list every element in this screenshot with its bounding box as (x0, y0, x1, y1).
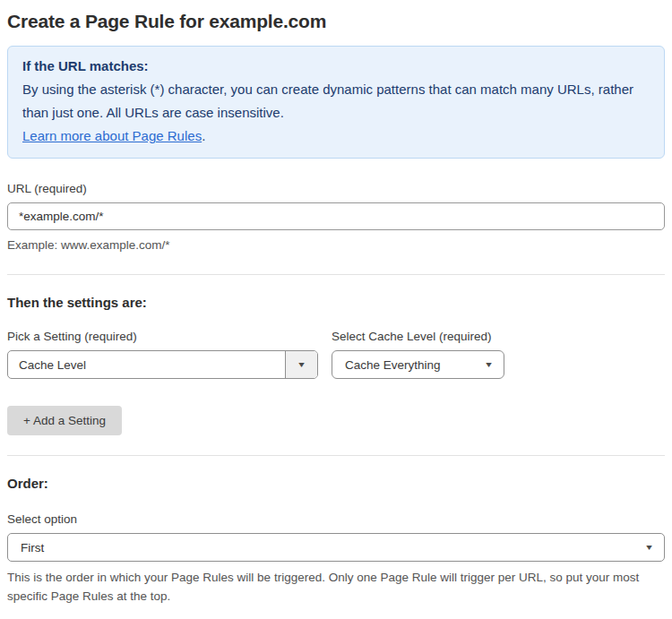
cache-level-label: Select Cache Level (required) (332, 330, 504, 343)
info-box-body: By using the asterisk (*) character, you… (22, 78, 650, 125)
pick-setting-value: Cache Level (8, 351, 285, 378)
url-field-label: URL (required) (7, 182, 665, 195)
divider (7, 274, 665, 275)
info-box-link-line: Learn more about Page Rules. (22, 125, 650, 148)
page-title: Create a Page Rule for example.com (7, 11, 665, 32)
info-box-heading: If the URL matches: (22, 55, 650, 78)
dropdown-arrow-button[interactable]: ▾ (285, 351, 317, 378)
url-match-info-box: If the URL matches: By using the asteris… (7, 46, 665, 159)
chevron-down-icon: ▾ (486, 360, 492, 369)
pick-setting-column: Pick a Setting (required) Cache Level ▾ (7, 330, 318, 379)
order-select[interactable]: First ▾ (7, 533, 665, 562)
settings-heading: Then the settings are: (7, 295, 665, 310)
settings-row: Pick a Setting (required) Cache Level ▾ … (7, 330, 665, 379)
url-input[interactable] (7, 202, 665, 230)
chevron-down-icon: ▾ (298, 360, 305, 369)
cache-level-value: Cache Everything (345, 358, 441, 372)
chevron-down-icon: ▾ (646, 543, 652, 552)
order-helper-text: This is the order in which your Page Rul… (7, 568, 665, 606)
add-setting-button[interactable]: + Add a Setting (7, 406, 122, 435)
divider (7, 455, 665, 456)
learn-more-link[interactable]: Learn more about Page Rules (22, 128, 202, 143)
add-setting-row: + Add a Setting (7, 406, 665, 435)
pick-setting-label: Pick a Setting (required) (7, 330, 318, 343)
cache-level-column: Select Cache Level (required) Cache Ever… (332, 330, 504, 379)
pick-setting-dropdown[interactable]: Cache Level ▾ (7, 350, 318, 379)
link-period: . (202, 128, 205, 143)
url-example-helper: Example: www.example.com/* (7, 236, 665, 254)
order-heading: Order: (7, 476, 665, 491)
cache-level-dropdown[interactable]: Cache Everything ▾ (332, 350, 504, 379)
order-select-label: Select option (7, 512, 665, 526)
order-select-value: First (21, 541, 44, 555)
page-rule-form: Create a Page Rule for example.com If th… (0, 0, 672, 619)
